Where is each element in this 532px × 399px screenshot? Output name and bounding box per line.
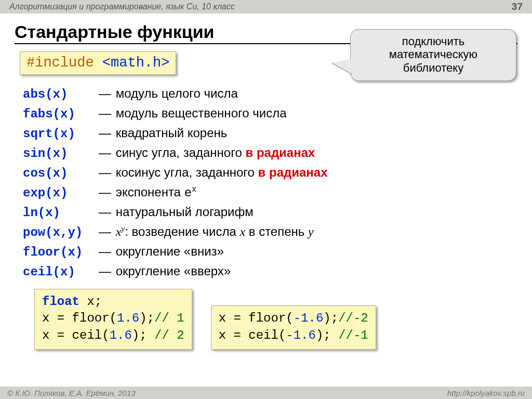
function-row: sqrt(x)— квадратный корень bbox=[23, 124, 532, 143]
code-token: 1.6 bbox=[110, 328, 132, 342]
callout-line1: подключить bbox=[361, 35, 506, 48]
dash-separator: — bbox=[98, 262, 112, 281]
function-signature: cos(x) bbox=[23, 164, 98, 183]
callout-tail-icon bbox=[332, 59, 353, 74]
dash-separator: — bbox=[98, 203, 112, 221]
function-row: exp(x)— экспонента ex bbox=[23, 183, 532, 203]
function-signature: pow(x,y) bbox=[23, 223, 98, 242]
copyright: © К.Ю. Поляков, Е.А. Ерёмин, 2013 bbox=[7, 389, 136, 397]
highlight-text: в радианах bbox=[258, 165, 328, 179]
function-row: cos(x)— косинус угла, заданного в радиан… bbox=[23, 163, 532, 183]
include-directive-box: #include <math.h> bbox=[20, 51, 176, 75]
function-row: ceil(x)— округление «вверх» bbox=[23, 262, 532, 282]
math-var: x bbox=[116, 225, 122, 238]
function-list: abs(x)— модуль целого числаfabs(x)— моду… bbox=[23, 84, 532, 282]
course-label: Алгоритмизация и программирование, язык … bbox=[9, 2, 235, 11]
code-token: ); bbox=[139, 311, 154, 325]
callout-bubble: подключить математическую библиотеку bbox=[350, 29, 516, 81]
function-row: ln(x)— натуральный логарифм bbox=[23, 203, 532, 222]
code-token: ); bbox=[132, 328, 154, 342]
dash-separator: — bbox=[98, 104, 112, 123]
code-token: //-1 bbox=[338, 328, 368, 342]
function-row: sin(x)— синус угла, заданного в радианах bbox=[23, 143, 532, 163]
function-signature: abs(x) bbox=[23, 85, 98, 104]
code-examples: float x; x = floor(1.6);// 1 x = ceil(1.… bbox=[34, 289, 532, 350]
code-token: x = floor( bbox=[42, 311, 117, 325]
function-row: floor(x)— округление «вниз» bbox=[23, 242, 532, 262]
code-token: x = ceil( bbox=[219, 328, 286, 342]
code-token: x = floor( bbox=[219, 311, 294, 325]
dash-separator: — bbox=[98, 242, 112, 261]
page-number: 37 bbox=[512, 1, 523, 12]
code-token: //-2 bbox=[338, 311, 368, 325]
function-signature: ceil(x) bbox=[23, 263, 98, 282]
code-box-left: float x; x = floor(1.6);// 1 x = ceil(1.… bbox=[34, 289, 192, 350]
function-signature: floor(x) bbox=[23, 243, 98, 262]
code-token: ); bbox=[323, 311, 338, 325]
code-token: x; bbox=[79, 295, 102, 309]
function-signature: ln(x) bbox=[23, 204, 98, 222]
code-token: float bbox=[42, 295, 79, 309]
function-row: abs(x)— модуль целого числа bbox=[23, 84, 532, 104]
function-signature: exp(x) bbox=[23, 184, 98, 203]
dash-separator: — bbox=[98, 124, 112, 142]
mono-base: e bbox=[184, 186, 192, 200]
function-signature: sin(x) bbox=[23, 144, 98, 163]
function-signature: fabs(x) bbox=[23, 105, 98, 124]
function-row: fabs(x)— модуль вещественного числа bbox=[23, 104, 532, 124]
code-token: 1.6 bbox=[117, 311, 139, 325]
include-header: <math.h> bbox=[102, 55, 170, 71]
mono-exponent: x bbox=[192, 185, 196, 194]
highlight-text: в радианах bbox=[245, 145, 315, 159]
code-box-right: x = floor(-1.6);//-2 x = ceil(-1.6); //-… bbox=[211, 305, 376, 350]
code-token: x = ceil( bbox=[42, 328, 110, 342]
code-token: // 2 bbox=[154, 328, 184, 342]
math-exponent: y bbox=[121, 224, 125, 233]
code-token: ); bbox=[316, 328, 338, 342]
footer: © К.Ю. Поляков, Е.А. Ерёмин, 2013 http:/… bbox=[0, 387, 532, 399]
function-signature: sqrt(x) bbox=[23, 125, 98, 143]
callout-line2: математическую bbox=[361, 48, 506, 61]
dash-separator: — bbox=[98, 222, 112, 241]
dash-separator: — bbox=[98, 163, 112, 182]
dash-separator: — bbox=[98, 183, 112, 202]
dash-separator: — bbox=[98, 84, 112, 103]
dash-separator: — bbox=[98, 143, 112, 162]
code-token: // 1 bbox=[154, 311, 184, 325]
code-token: -1.6 bbox=[286, 328, 316, 342]
code-token: -1.6 bbox=[294, 311, 324, 325]
function-row: pow(x,y)— xy: возведение числа x в степе… bbox=[23, 222, 532, 242]
include-keyword: #include bbox=[26, 55, 94, 71]
callout-line3: библиотеку bbox=[361, 61, 506, 74]
topbar: Алгоритмизация и программирование, язык … bbox=[0, 0, 532, 14]
math-var: y bbox=[308, 225, 314, 238]
footer-url: http://kpolyakov.spb.ru bbox=[447, 389, 525, 397]
math-var: x bbox=[240, 225, 245, 238]
